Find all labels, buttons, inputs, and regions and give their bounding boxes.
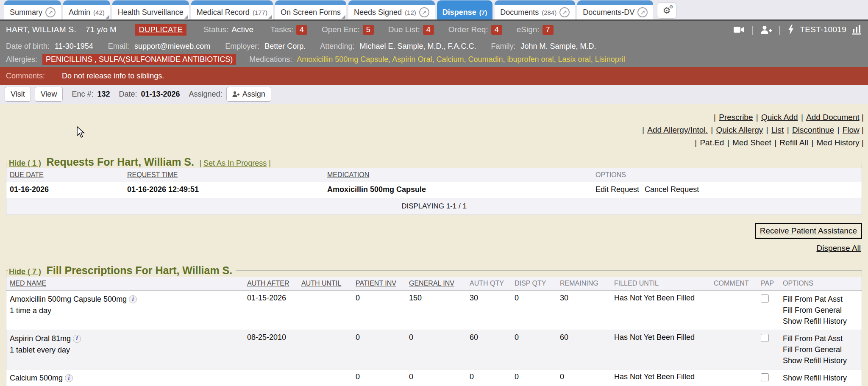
tab-on-screen-forms[interactable]: On Screen Forms [275,0,346,19]
show-refill-history-link[interactable]: Show Refill History [783,372,858,383]
show-refill-history-link[interactable]: Show Refill History [783,316,858,327]
tab-admin[interactable]: Admin (42) [63,0,110,19]
demographics-row: Date of birth: 11-30-1954 Email: support… [6,40,862,53]
auth-until-column-header[interactable]: AUTH UNTIL [298,277,352,291]
popout-icon[interactable]: ↗ [45,7,56,17]
order-req-count-badge[interactable]: 4 [491,25,502,35]
tab-label: Admin [69,8,90,17]
popout-icon[interactable]: ↗ [559,7,570,17]
flow-link[interactable]: Flow [836,125,859,134]
assign-button[interactable]: Assign [226,87,271,102]
counter-label: Order Req: [448,25,488,34]
tab-needs-signed[interactable]: Needs Signed (12) ↗ [348,0,435,19]
show-refill-history-link[interactable]: Show Refill History [783,355,858,366]
comments-bar: Comments: Do not release info to sibling… [0,67,868,85]
family-label: Family: [491,42,516,50]
pap-checkbox[interactable] [761,334,769,342]
requests-header-row: DUE DATE REQUEST TIME MEDICATION OPTIONS [6,168,862,182]
med-name: Amoxicillin 500mg Capsule 500mgi [10,295,137,303]
edit-request-link[interactable]: Edit Request [595,185,639,194]
patient-header-bar: HART, WILLIAM S. 71 y/o M DUPLICATE Stat… [0,19,868,38]
pap-checkbox[interactable] [761,294,769,303]
fill-from-general-link[interactable]: Fill From General [783,305,858,316]
add-person-icon[interactable] [761,25,772,34]
request-row: 01-16-2026 01-16-2026 12:49:51 Amoxicill… [6,182,862,198]
tab-count: (12) [405,9,416,16]
enc-number-label: Enc #: [72,90,93,99]
fill-from-pat-asst-link[interactable]: Fill From Pat Asst [783,294,858,305]
tab-label: On Screen Forms [281,8,341,17]
list-link[interactable]: List [765,125,784,134]
tab-label: Documents [500,8,539,17]
tab-summary[interactable]: Summary ↗ [4,0,61,19]
video-camera-icon[interactable] [734,25,745,34]
medication-link[interactable]: Aspirin Oral [392,55,436,64]
open-enc-count-badge[interactable]: 5 [363,25,374,35]
receive-patient-assistance-link[interactable]: Receive Patient Assistance [760,226,857,235]
popout-icon[interactable]: ↗ [419,7,429,17]
info-icon[interactable]: i [129,295,137,303]
view-button[interactable]: View [35,87,63,102]
medication-link[interactable]: Lasix oral [558,55,595,64]
tasks-count-badge[interactable]: 4 [296,25,307,35]
dob-label: Date of birth: [6,42,50,50]
auth-until-cell [298,369,352,386]
info-icon[interactable]: i [73,335,81,343]
due-list-count-badge[interactable]: 4 [423,25,434,35]
medication-link[interactable]: Lisinopril [595,55,625,64]
medication-link[interactable]: Coumadin [468,55,507,64]
medication-link[interactable]: Amoxicillin 500mg Capsule [297,55,392,64]
lightning-icon[interactable] [787,25,794,35]
auth-qty-column-header: AUTH QTY [466,277,511,291]
med-sheet-link[interactable]: Med Sheet [726,138,771,147]
quick-allergy-link[interactable]: Quick Allergy [710,125,763,134]
attending-label: Attending: [320,42,354,50]
dispense-all-link[interactable]: Dispense All [755,244,861,253]
fill-from-pat-asst-link[interactable]: Fill From Pat Asst [783,333,858,344]
requests-footer-row: DISPLAYING 1-1 / 1 [6,198,862,215]
duplicate-flag-link[interactable]: DUPLICATE [135,24,186,36]
flowsheet-chart-icon[interactable] [852,25,862,35]
refill-all-link[interactable]: Refill All [773,138,808,147]
due-date-column-header[interactable]: DUE DATE [6,168,124,182]
comment-cell [710,369,757,386]
hide-requests-link[interactable]: Hide ( 1 ) [9,159,41,167]
prescribe-link[interactable]: Prescribe [713,113,753,122]
general-inv-column-header[interactable]: GENERAL INV [406,277,466,291]
medication-link[interactable]: Calcium [436,55,468,64]
med-name: Aspirin Oral 81mgi [10,334,81,343]
tab-documents-dv[interactable]: Documents-DV ↗ [577,0,653,19]
discontinue-link[interactable]: Discontinue [786,125,835,134]
actions-row: Pat.Ed Med Sheet Refill All Med History [641,136,864,149]
tab-health-surveillance[interactable]: Health Surveillance [112,0,189,19]
pap-checkbox[interactable] [761,373,769,381]
medication-column-header[interactable]: MEDICATION [324,168,592,182]
general-inv-cell: 0 [406,369,466,386]
fill-from-general-link[interactable]: Fill From General [783,344,858,355]
gear-small-icon: ⚙ [669,4,673,10]
visit-button[interactable]: Visit [5,87,31,102]
tab-label: Documents-DV [583,8,634,17]
esign-count-badge[interactable]: 7 [542,25,554,35]
tab-medical-record[interactable]: Medical Record (177) [191,0,273,19]
medication-link[interactable]: ibuprofen oral [507,55,558,64]
pated-link[interactable]: Pat.Ed [694,138,724,147]
add-document-link[interactable]: Add Document [800,113,860,122]
med-history-link[interactable]: Med History [810,138,860,147]
settings-button[interactable]: ⚙ ⚙ [657,3,676,19]
info-icon[interactable]: i [65,374,73,382]
hide-fill-link[interactable]: Hide ( 7 ) [9,267,41,276]
auth-after-column-header[interactable]: AUTH AFTER [244,277,298,291]
tab-documents[interactable]: Documents (284) ↗ [495,0,575,19]
request-time-column-header[interactable]: REQUEST TIME [124,168,324,182]
popout-icon[interactable]: ↗ [637,7,648,17]
set-as-in-progress-link[interactable]: Set As In Progress [203,159,267,167]
patient-inv-column-header[interactable]: PATIENT INV [352,277,406,291]
allergies-value[interactable]: PENICILLINS , SULFA(SULFONAMIDE ANTIBIOT… [42,54,236,65]
comment-cell [710,291,757,330]
tab-dispense[interactable]: Dispense (7) [437,0,492,19]
cancel-request-link[interactable]: Cancel Request [645,185,699,194]
quick-add-link[interactable]: Quick Add [755,113,798,122]
add-allergy-link[interactable]: Add Allergy/Intol. [641,125,708,134]
med-name-column-header[interactable]: MED NAME [6,277,244,291]
